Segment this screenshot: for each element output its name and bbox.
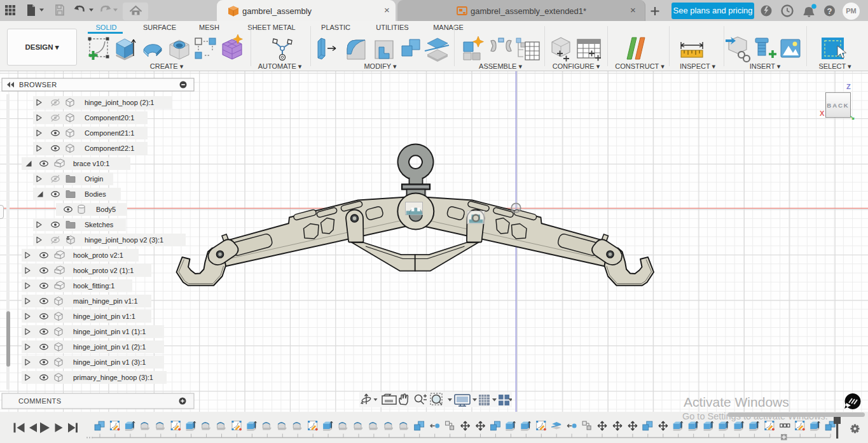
svg-text:BROWSER: BROWSER bbox=[19, 81, 57, 88]
svg-text:hook_fitting:1: hook_fitting:1 bbox=[73, 282, 114, 290]
svg-text:hook_proto v2 (1):1: hook_proto v2 (1):1 bbox=[73, 267, 134, 274]
svg-text:hinge_joint_pin v1 (2):1: hinge_joint_pin v1 (2):1 bbox=[73, 343, 146, 351]
svg-text:Component22:1: Component22:1 bbox=[85, 144, 134, 152]
svg-text:Component20:1: Component20:1 bbox=[85, 114, 134, 122]
svg-text:brace v10:1: brace v10:1 bbox=[73, 160, 109, 167]
svg-text:main_hinge_pin v1:1: main_hinge_pin v1:1 bbox=[73, 297, 138, 305]
svg-text:Body5: Body5 bbox=[96, 206, 116, 213]
svg-text:primary_hinge_hoop (3):1: primary_hinge_hoop (3):1 bbox=[73, 374, 153, 381]
svg-text:Bodies: Bodies bbox=[85, 190, 106, 198]
svg-text:hinge_joint_hoop v2 (3):1: hinge_joint_hoop v2 (3):1 bbox=[85, 236, 163, 244]
svg-text:Sketches: Sketches bbox=[85, 221, 114, 229]
svg-text:?: ? bbox=[827, 6, 832, 16]
svg-text:hinge_joint_pin v1 (1):1: hinge_joint_pin v1 (1):1 bbox=[73, 328, 146, 335]
svg-text:hinge_joint_pin v1:1: hinge_joint_pin v1:1 bbox=[73, 313, 135, 320]
svg-text:hook_proto v2:1: hook_proto v2:1 bbox=[73, 251, 123, 259]
svg-text:hinge_joint_hoop (2):1: hinge_joint_hoop (2):1 bbox=[85, 99, 154, 106]
svg-text:hinge_joint_pin v1 (3):1: hinge_joint_pin v1 (3):1 bbox=[73, 358, 146, 366]
svg-text:COMMENTS: COMMENTS bbox=[18, 397, 61, 405]
svg-text:Origin: Origin bbox=[85, 175, 103, 183]
svg-text:Component21:1: Component21:1 bbox=[85, 129, 134, 137]
